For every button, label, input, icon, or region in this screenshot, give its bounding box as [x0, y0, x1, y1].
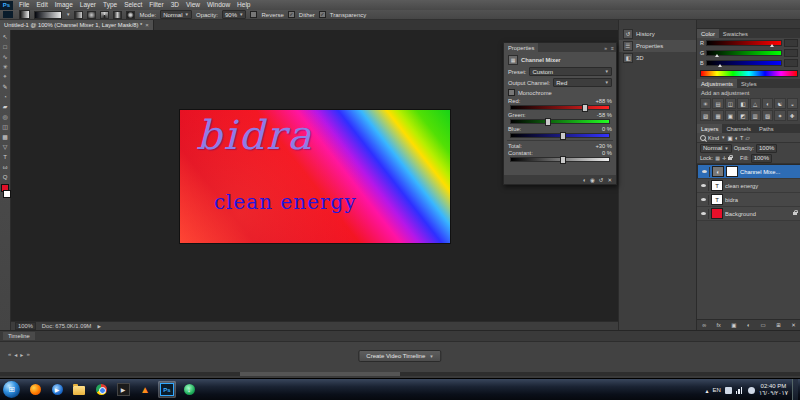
- blue-value-box[interactable]: [784, 59, 798, 67]
- exposure-adjustment-icon[interactable]: ◧: [737, 98, 748, 109]
- hand-tool[interactable]: ω: [1, 162, 10, 171]
- filter-type-icon[interactable]: T: [740, 135, 743, 141]
- chevron-down-icon[interactable]: ▼: [721, 135, 725, 140]
- document-artwork[interactable]: bidra clean energy: [180, 110, 450, 243]
- menu-window[interactable]: Window: [204, 0, 233, 10]
- reverse-checkbox[interactable]: [250, 11, 257, 18]
- brush-tool[interactable]: ▰: [1, 102, 10, 111]
- visibility-eye-icon[interactable]: [700, 167, 710, 177]
- layer-opacity-select[interactable]: 100%: [756, 144, 777, 153]
- diamond-gradient-icon[interactable]: [126, 11, 135, 19]
- play-icon[interactable]: ▸: [20, 351, 23, 358]
- menu-view[interactable]: View: [183, 0, 203, 10]
- menu-filter[interactable]: Filter: [146, 0, 166, 10]
- green-mixer-value[interactable]: -58: [597, 112, 605, 118]
- red-mixer-slider[interactable]: [510, 105, 610, 110]
- reset-icon[interactable]: ↺: [599, 177, 604, 183]
- gradient-picker-caret[interactable]: ▼: [66, 12, 70, 17]
- visibility-eye-icon[interactable]: ◉: [590, 177, 595, 183]
- close-icon[interactable]: ×: [145, 22, 149, 28]
- colorlookup-adjustment-icon[interactable]: ▣: [725, 110, 736, 121]
- menu-help[interactable]: Help: [234, 0, 253, 10]
- eraser-tool[interactable]: ◫: [1, 122, 10, 131]
- start-button[interactable]: ⊞: [3, 381, 20, 398]
- eyedropper-tool[interactable]: ✎: [1, 82, 10, 91]
- red-slider-track[interactable]: [706, 40, 782, 46]
- tab-layers[interactable]: Layers: [697, 124, 722, 133]
- new-group-icon[interactable]: ▭: [761, 322, 766, 328]
- layer-effects-icon[interactable]: fx: [717, 322, 721, 328]
- zoom-tool[interactable]: Q: [1, 172, 10, 181]
- clip-layer-icon[interactable]: ◐: [583, 177, 586, 183]
- add-mask-icon[interactable]: ▣: [731, 322, 736, 328]
- move-tool[interactable]: ↖: [1, 32, 10, 41]
- tab-swatches[interactable]: Swatches: [719, 29, 752, 38]
- color-slider-red[interactable]: R: [697, 38, 800, 48]
- quick-select-tool[interactable]: ✳: [1, 62, 10, 71]
- media-classic-icon[interactable]: ▶: [114, 381, 132, 398]
- text-layer-thumbnail[interactable]: T: [711, 194, 723, 205]
- vibrance-adjustment-icon[interactable]: △: [750, 98, 761, 109]
- background-color-swatch[interactable]: [3, 190, 11, 198]
- tab-styles[interactable]: Styles: [737, 79, 761, 88]
- zoom-level[interactable]: 100%: [15, 322, 36, 330]
- layer-row-channel-mixer[interactable]: ◐ Channel Mixe...: [697, 164, 800, 179]
- posterize-adjustment-icon[interactable]: ▥: [750, 110, 761, 121]
- visibility-eye-icon[interactable]: [699, 209, 709, 219]
- layer-name[interactable]: bidra: [725, 197, 799, 203]
- green-value-box[interactable]: [784, 49, 798, 57]
- layer-row-clean-energy[interactable]: T clean energy: [697, 179, 800, 193]
- menu-image[interactable]: Image: [52, 0, 76, 10]
- layer-row-background[interactable]: Background: [697, 207, 800, 221]
- output-channel-select[interactable]: Red ▼: [553, 78, 612, 87]
- angle-gradient-icon[interactable]: [100, 11, 109, 19]
- visibility-eye-icon[interactable]: [699, 195, 709, 205]
- invert-adjustment-icon[interactable]: ◩: [737, 110, 748, 121]
- color-ramp[interactable]: [700, 70, 798, 77]
- menu-file[interactable]: File: [16, 0, 32, 10]
- fill-select[interactable]: 100%: [751, 154, 772, 163]
- lock-transparency-icon[interactable]: ▦: [715, 155, 720, 161]
- new-layer-icon[interactable]: ⊞: [776, 322, 781, 328]
- gradient-tool-icon[interactable]: [19, 10, 30, 19]
- bw-adjustment-icon[interactable]: ◒: [787, 98, 798, 109]
- blue-mixer-slider[interactable]: [510, 133, 610, 138]
- create-video-timeline-button[interactable]: Create Video Timeline ▼: [358, 350, 441, 362]
- chrome-icon[interactable]: [92, 381, 110, 398]
- timeline-tab[interactable]: Timeline: [3, 332, 35, 340]
- tool-preset-icon[interactable]: [3, 11, 13, 18]
- tab-channels[interactable]: Channels: [722, 124, 755, 133]
- color-slider-green[interactable]: G: [697, 48, 800, 58]
- properties-panel-header[interactable]: Properties » ≡: [504, 43, 616, 52]
- constant-value[interactable]: 0: [602, 150, 605, 156]
- lasso-tool[interactable]: ∿: [1, 52, 10, 61]
- vlc-icon[interactable]: ▲: [136, 381, 154, 398]
- type-tool[interactable]: T: [1, 152, 10, 161]
- healing-tool[interactable]: ◔: [1, 92, 10, 101]
- menu-3d[interactable]: 3D: [168, 0, 182, 10]
- gradientmap-adjustment-icon[interactable]: ✦: [774, 110, 785, 121]
- tab-paths[interactable]: Paths: [755, 124, 778, 133]
- pen-tool[interactable]: ▽: [1, 142, 10, 151]
- status-menu-caret[interactable]: ▶: [97, 324, 100, 329]
- filter-adjustment-icon[interactable]: ◐: [735, 135, 738, 141]
- tab-color[interactable]: Color: [697, 29, 719, 38]
- visibility-eye-icon[interactable]: [699, 181, 709, 191]
- delete-layer-icon[interactable]: ✕: [791, 322, 796, 328]
- download-manager-icon[interactable]: ↓: [180, 381, 198, 398]
- show-desktop-button[interactable]: [792, 379, 798, 400]
- new-adjustment-icon[interactable]: ◐: [747, 322, 750, 328]
- linear-gradient-icon[interactable]: [74, 11, 83, 19]
- media-player-icon[interactable]: ▶: [48, 381, 66, 398]
- lock-position-icon[interactable]: ✛: [722, 155, 726, 161]
- dock-item-history[interactable]: ↺ History: [619, 28, 697, 40]
- go-to-start-icon[interactable]: «: [8, 351, 11, 358]
- preset-select[interactable]: Custom ▼: [529, 67, 612, 76]
- menu-layer[interactable]: Layer: [77, 0, 99, 10]
- photofilter-adjustment-icon[interactable]: ▨: [700, 110, 711, 121]
- delete-icon[interactable]: ✕: [607, 177, 612, 183]
- language-indicator[interactable]: EN: [713, 387, 721, 393]
- collapse-icon[interactable]: »: [602, 45, 609, 51]
- photoshop-taskbar-icon[interactable]: Ps: [158, 381, 176, 398]
- monochrome-checkbox[interactable]: [508, 89, 515, 96]
